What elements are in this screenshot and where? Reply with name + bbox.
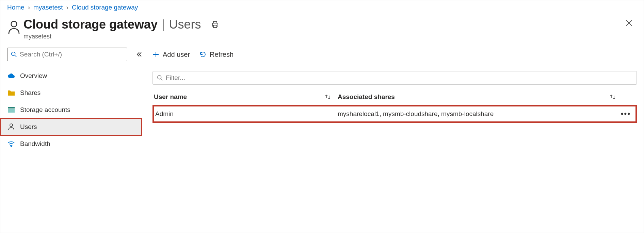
sidebar-item-shares[interactable]: Shares xyxy=(0,84,142,101)
chevron-right-icon: › xyxy=(66,4,68,11)
close-icon[interactable] xyxy=(625,19,633,27)
page-header: Cloud storage gateway | Users myasetest xyxy=(0,15,644,44)
breadcrumb-home[interactable]: Home xyxy=(7,4,25,11)
toolbar: Add user Refresh xyxy=(152,48,637,61)
chevron-right-icon: › xyxy=(28,4,30,11)
sidebar-item-label: Shares xyxy=(20,89,41,97)
column-header-username[interactable]: User name xyxy=(154,93,338,101)
breadcrumb-resource[interactable]: myasetest xyxy=(33,4,63,11)
folder-icon xyxy=(7,90,15,96)
breadcrumb-service[interactable]: Cloud storage gateway xyxy=(72,4,138,11)
cell-username: Admin xyxy=(155,110,338,118)
add-user-label: Add user xyxy=(163,51,190,59)
svg-point-8 xyxy=(11,146,12,147)
sort-icon[interactable] xyxy=(325,94,331,100)
user-icon xyxy=(7,17,23,34)
search-icon xyxy=(11,51,17,57)
collapse-sidebar-icon[interactable] xyxy=(136,52,142,57)
table-header: User name Associated shares xyxy=(152,89,637,105)
svg-rect-3 xyxy=(213,25,217,28)
cloud-icon xyxy=(7,73,15,79)
svg-point-0 xyxy=(11,21,17,27)
search-icon xyxy=(157,75,163,81)
sort-icon[interactable] xyxy=(610,94,616,100)
page-section: Users xyxy=(169,17,201,32)
page-subtitle: myasetest xyxy=(23,33,219,40)
column-header-shares[interactable]: Associated shares xyxy=(338,93,633,101)
breadcrumb: Home › myasetest › Cloud storage gateway xyxy=(0,0,644,15)
refresh-button[interactable]: Refresh xyxy=(199,51,234,59)
sidebar-item-label: Bandwidth xyxy=(20,140,50,148)
sidebar-item-label: Storage accounts xyxy=(20,106,70,114)
sidebar-item-label: Users xyxy=(20,123,37,131)
svg-rect-5 xyxy=(8,107,15,109)
refresh-label: Refresh xyxy=(210,51,234,59)
column-label: Associated shares xyxy=(338,93,395,101)
sidebar-item-storage-accounts[interactable]: Storage accounts xyxy=(0,101,142,118)
more-actions-icon[interactable]: ••• xyxy=(621,110,631,118)
filter-input[interactable] xyxy=(166,74,632,82)
svg-point-4 xyxy=(12,52,15,56)
sidebar-search-input[interactable] xyxy=(20,51,124,58)
svg-point-7 xyxy=(10,124,13,127)
page-title: Cloud storage gateway xyxy=(23,17,158,32)
svg-point-9 xyxy=(158,76,161,79)
filter-box[interactable] xyxy=(152,71,637,85)
sidebar-item-label: Overview xyxy=(20,72,47,80)
plus-icon xyxy=(152,51,159,58)
main-content: Add user Refresh User name Associat xyxy=(152,48,637,152)
storage-icon xyxy=(7,107,15,113)
sidebar-item-bandwidth[interactable]: Bandwidth xyxy=(0,135,142,152)
divider xyxy=(152,66,637,66)
print-icon[interactable] xyxy=(211,20,219,29)
svg-rect-6 xyxy=(8,109,15,113)
column-label: User name xyxy=(154,93,187,101)
sidebar-item-users[interactable]: Users xyxy=(0,118,142,135)
title-separator: | xyxy=(162,17,165,32)
table-row[interactable]: Admin mysharelocal1, mysmb-cloudshare, m… xyxy=(152,105,637,123)
user-icon xyxy=(7,123,15,131)
sidebar-item-overview[interactable]: Overview xyxy=(0,67,142,84)
sidebar-search[interactable] xyxy=(7,48,127,61)
cell-shares: mysharelocal1, mysmb-cloudshare, mysmb-l… xyxy=(338,110,631,118)
sidebar: Overview Shares Storage accounts Users xyxy=(7,48,142,152)
refresh-icon xyxy=(199,51,206,58)
add-user-button[interactable]: Add user xyxy=(152,51,190,59)
wifi-icon xyxy=(7,141,15,147)
